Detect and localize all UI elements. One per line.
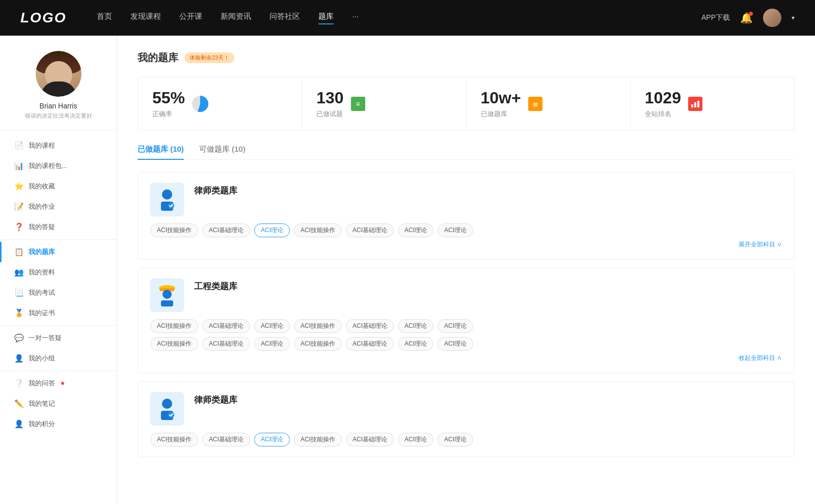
sidebar-item-1[interactable]: 📊我的课程包... bbox=[0, 156, 117, 176]
sidebar-item-0[interactable]: 📄我的课程 bbox=[0, 135, 117, 156]
qbank-tag-0-4[interactable]: ACI基础理论 bbox=[346, 223, 394, 237]
nav-link-首页[interactable]: 首页 bbox=[97, 12, 112, 24]
qbank-tag-1-2[interactable]: ACI理论 bbox=[254, 319, 290, 333]
qbank-tag2-1-0[interactable]: ACI技能操作 bbox=[150, 337, 198, 351]
stat-item-1: 130已做试题≡ bbox=[302, 77, 466, 130]
qbank-tag-2-2[interactable]: ACI理论 bbox=[254, 433, 290, 446]
qbank-tags-0: ACI技能操作ACI基础理论ACI理论ACI技能操作ACI基础理论ACI理论AC… bbox=[150, 223, 782, 237]
page-body: Brian Harris 错误的决定比没有决定要好 📄我的课程📊我的课程包...… bbox=[0, 36, 815, 504]
qbank-name-2: 律师类题库 bbox=[194, 392, 237, 406]
notification-dot bbox=[749, 12, 753, 16]
sidebar-item-6[interactable]: 👥我的资料 bbox=[0, 262, 117, 283]
sidebar-item-icon-3: 📝 bbox=[14, 202, 23, 211]
sidebar-item-label-8: 我的证书 bbox=[29, 309, 55, 318]
sidebar-profile: Brian Harris 错误的决定比没有决定要好 bbox=[0, 51, 117, 130]
app-download-link[interactable]: APP下载 bbox=[701, 13, 730, 22]
qbank-tag-2-4[interactable]: ACI基础理论 bbox=[346, 433, 394, 446]
user-menu-chevron[interactable]: ▾ bbox=[792, 14, 795, 21]
sidebar-item-icon-12: ✏️ bbox=[14, 399, 23, 408]
nav-link-新闻资讯[interactable]: 新闻资讯 bbox=[221, 12, 251, 24]
sidebar-item-icon-7: 📃 bbox=[14, 288, 23, 297]
sidebar-item-12[interactable]: ✏️我的笔记 bbox=[0, 394, 117, 414]
qbank-tag2-1-5[interactable]: ACI理论 bbox=[398, 337, 433, 351]
sidebar-item-3[interactable]: 📝我的作业 bbox=[0, 197, 117, 217]
sidebar-item-icon-8: 🏅 bbox=[14, 309, 23, 318]
sidebar-item-11[interactable]: ❔我的问答 bbox=[0, 373, 117, 394]
sidebar-item-9[interactable]: 💬一对一答疑 bbox=[0, 328, 117, 348]
qbank-tag-2-5[interactable]: ACI理论 bbox=[398, 433, 433, 446]
qbank-header-0: 律师类题库 bbox=[150, 183, 782, 216]
nav-right: APP下载 🔔 ▾ bbox=[701, 9, 795, 27]
sidebar-item-icon-9: 💬 bbox=[14, 333, 23, 343]
doc-icon: ≡ bbox=[351, 97, 365, 111]
qbank-tag-2-6[interactable]: ACI理论 bbox=[438, 433, 473, 446]
qbank-header-2: 律师类题库 bbox=[150, 392, 782, 426]
qbank-tag-0-0[interactable]: ACI技能操作 bbox=[150, 223, 198, 237]
sidebar-item-5[interactable]: 📋我的题库 bbox=[0, 242, 117, 262]
qbank-tag-0-5[interactable]: ACI理论 bbox=[398, 223, 433, 237]
sidebar-dot-11 bbox=[61, 382, 64, 385]
qbank-tag2-1-2[interactable]: ACI理论 bbox=[254, 337, 290, 351]
sidebar-item-13[interactable]: 👤我的积分 bbox=[0, 414, 117, 434]
nav-link-题库[interactable]: 题库 bbox=[318, 12, 334, 24]
sidebar-item-icon-6: 👥 bbox=[14, 268, 23, 277]
qbank-tag-0-6[interactable]: ACI理论 bbox=[438, 223, 473, 237]
nav-link-问答社区[interactable]: 问答社区 bbox=[269, 12, 300, 24]
profile-motto: 错误的决定比没有决定要好 bbox=[25, 112, 92, 120]
qbank-tag-1-4[interactable]: ACI基础理论 bbox=[346, 319, 394, 333]
qbank-tag-1-3[interactable]: ACI技能操作 bbox=[294, 319, 342, 333]
tabs-bar: 已做题库 (10)可做题库 (10) bbox=[138, 145, 795, 160]
qbank-tag-2-1[interactable]: ACI基础理论 bbox=[202, 433, 250, 446]
nav-link-发现课程[interactable]: 发现课程 bbox=[130, 12, 161, 24]
notification-bell[interactable]: 🔔 bbox=[740, 12, 753, 24]
nav-logo[interactable]: LOGO bbox=[20, 10, 66, 26]
sidebar: Brian Harris 错误的决定比没有决定要好 📄我的课程📊我的课程包...… bbox=[0, 36, 117, 504]
qbank-tags-1: ACI技能操作ACI基础理论ACI理论ACI技能操作ACI基础理论ACI理论AC… bbox=[150, 319, 782, 333]
qbank-tag-0-1[interactable]: ACI基础理论 bbox=[202, 223, 250, 237]
qbank-tag-1-6[interactable]: ACI理论 bbox=[438, 319, 473, 333]
sidebar-item-2[interactable]: ⭐我的收藏 bbox=[0, 176, 117, 197]
qbank-icon-0 bbox=[150, 183, 184, 216]
qbank-name-0: 律师类题库 bbox=[194, 183, 237, 197]
svg-rect-2 bbox=[697, 101, 699, 107]
sidebar-item-icon-5: 📋 bbox=[14, 247, 23, 257]
page-header: 我的题库 体验剩余23天！ bbox=[138, 51, 795, 65]
main-content: 我的题库 体验剩余23天！ 55%正确率130已做试题≡10w+已做题库≣102… bbox=[117, 36, 815, 504]
qbank-expand-0[interactable]: 展开全部科目 ∨ bbox=[150, 240, 782, 249]
sidebar-item-10[interactable]: 👤我的小组 bbox=[0, 348, 117, 369]
stat-value-1: 130 bbox=[316, 89, 343, 107]
qbank-tag-2-0[interactable]: ACI技能操作 bbox=[150, 433, 198, 446]
qbank-collapse-1[interactable]: 收起全部科目 ∧ bbox=[150, 354, 782, 362]
sidebar-item-icon-10: 👤 bbox=[14, 354, 23, 363]
sidebar-item-7[interactable]: 📃我的考试 bbox=[0, 283, 117, 303]
tab-0[interactable]: 已做题库 (10) bbox=[138, 145, 184, 159]
qbank-tag-1-0[interactable]: ACI技能操作 bbox=[150, 319, 198, 333]
sidebar-item-label-4: 我的答疑 bbox=[29, 222, 55, 232]
barchart-icon bbox=[688, 97, 702, 111]
pie-chart-icon bbox=[192, 96, 208, 112]
sidebar-item-label-11: 我的问答 bbox=[29, 379, 55, 388]
qbank-tag-1-5[interactable]: ACI理论 bbox=[398, 319, 433, 333]
nav-link-公开课[interactable]: 公开课 bbox=[179, 12, 202, 24]
sidebar-item-4[interactable]: ❓我的答疑 bbox=[0, 217, 117, 237]
svg-point-10 bbox=[162, 399, 172, 409]
qbank-tag2-1-3[interactable]: ACI技能操作 bbox=[294, 337, 342, 351]
sidebar-item-icon-2: ⭐ bbox=[14, 182, 23, 191]
qbank-tag-1-1[interactable]: ACI基础理论 bbox=[202, 319, 250, 333]
qbank-tag-0-2[interactable]: ACI理论 bbox=[254, 223, 290, 237]
qbank-tag-2-3[interactable]: ACI技能操作 bbox=[294, 433, 342, 446]
qbank-list: 律师类题库ACI技能操作ACI基础理论ACI理论ACI技能操作ACI基础理论AC… bbox=[138, 172, 795, 457]
qbank-tags2-1: ACI技能操作ACI基础理论ACI理论ACI技能操作ACI基础理论ACI理论AC… bbox=[150, 337, 782, 351]
qbank-tag-0-3[interactable]: ACI技能操作 bbox=[294, 223, 342, 237]
sidebar-item-label-3: 我的作业 bbox=[29, 202, 55, 211]
nav-link-···[interactable]: ··· bbox=[352, 12, 359, 24]
svg-rect-0 bbox=[691, 104, 693, 107]
svg-point-8 bbox=[162, 290, 172, 299]
stat-item-3: 1029全站排名 bbox=[631, 77, 794, 130]
tab-1[interactable]: 可做题库 (10) bbox=[199, 145, 246, 159]
qbank-tag2-1-4[interactable]: ACI基础理论 bbox=[346, 337, 394, 351]
qbank-tag2-1-6[interactable]: ACI理论 bbox=[438, 337, 473, 351]
sidebar-item-8[interactable]: 🏅我的证书 bbox=[0, 303, 117, 323]
qbank-tag2-1-1[interactable]: ACI基础理论 bbox=[202, 337, 250, 351]
user-avatar[interactable] bbox=[763, 9, 781, 27]
